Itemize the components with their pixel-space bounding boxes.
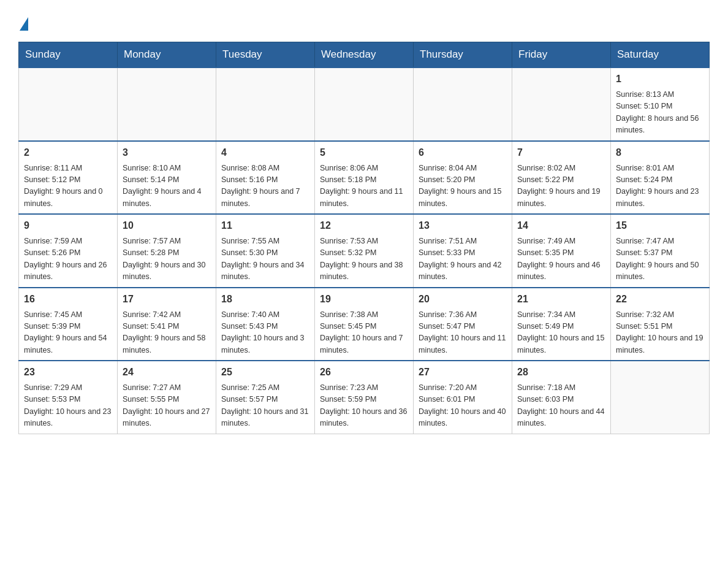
calendar-week-row-2: 2Sunrise: 8:11 AMSunset: 5:12 PMDaylight… xyxy=(19,141,710,215)
page-header xyxy=(18,12,710,32)
day-number: 27 xyxy=(419,365,507,380)
calendar-cell-week2-day4: 5Sunrise: 8:06 AMSunset: 5:18 PMDaylight… xyxy=(315,141,414,215)
day-number: 12 xyxy=(320,218,408,233)
day-info: Sunrise: 8:11 AMSunset: 5:12 PMDaylight:… xyxy=(24,163,112,210)
logo xyxy=(18,12,28,32)
calendar-header-friday: Friday xyxy=(512,42,611,68)
day-info: Sunrise: 7:55 AMSunset: 5:30 PMDaylight:… xyxy=(221,236,309,283)
calendar-cell-week3-day1: 9Sunrise: 7:59 AMSunset: 5:26 PMDaylight… xyxy=(19,214,118,288)
calendar-cell-week4-day1: 16Sunrise: 7:45 AMSunset: 5:39 PMDayligh… xyxy=(19,288,118,361)
calendar-cell-week1-day3 xyxy=(216,67,315,141)
calendar-cell-week4-day3: 18Sunrise: 7:40 AMSunset: 5:43 PMDayligh… xyxy=(216,288,315,361)
calendar-header-thursday: Thursday xyxy=(414,42,512,68)
calendar-week-row-1: 1Sunrise: 8:13 AMSunset: 5:10 PMDaylight… xyxy=(19,67,710,141)
day-number: 16 xyxy=(24,292,112,307)
day-info: Sunrise: 8:01 AMSunset: 5:24 PMDaylight:… xyxy=(616,163,704,210)
calendar-cell-week2-day1: 2Sunrise: 8:11 AMSunset: 5:12 PMDaylight… xyxy=(19,141,118,215)
calendar-cell-week4-day7: 22Sunrise: 7:32 AMSunset: 5:51 PMDayligh… xyxy=(611,288,710,361)
day-info: Sunrise: 8:02 AMSunset: 5:22 PMDaylight:… xyxy=(517,163,605,210)
calendar-cell-week3-day3: 11Sunrise: 7:55 AMSunset: 5:30 PMDayligh… xyxy=(216,214,315,288)
day-number: 7 xyxy=(517,145,605,160)
calendar-cell-week5-day4: 26Sunrise: 7:23 AMSunset: 5:59 PMDayligh… xyxy=(315,361,414,434)
calendar-header-saturday: Saturday xyxy=(611,42,710,68)
day-number: 1 xyxy=(616,72,704,86)
calendar-week-row-5: 23Sunrise: 7:29 AMSunset: 5:53 PMDayligh… xyxy=(19,361,710,434)
calendar-cell-week2-day3: 4Sunrise: 8:08 AMSunset: 5:16 PMDaylight… xyxy=(216,141,315,215)
calendar-cell-week4-day6: 21Sunrise: 7:34 AMSunset: 5:49 PMDayligh… xyxy=(512,288,611,361)
calendar-cell-week5-day3: 25Sunrise: 7:25 AMSunset: 5:57 PMDayligh… xyxy=(216,361,315,434)
day-number: 4 xyxy=(221,145,309,160)
calendar-week-row-4: 16Sunrise: 7:45 AMSunset: 5:39 PMDayligh… xyxy=(19,288,710,361)
calendar-cell-week4-day2: 17Sunrise: 7:42 AMSunset: 5:41 PMDayligh… xyxy=(118,288,216,361)
day-info: Sunrise: 8:13 AMSunset: 5:10 PMDaylight:… xyxy=(616,89,704,137)
day-number: 18 xyxy=(221,292,309,307)
day-number: 5 xyxy=(320,145,408,160)
day-number: 3 xyxy=(123,145,211,160)
calendar-cell-week4-day4: 19Sunrise: 7:38 AMSunset: 5:45 PMDayligh… xyxy=(315,288,414,361)
calendar-cell-week2-day7: 8Sunrise: 8:01 AMSunset: 5:24 PMDaylight… xyxy=(611,141,710,215)
day-info: Sunrise: 7:57 AMSunset: 5:28 PMDaylight:… xyxy=(123,236,211,283)
day-info: Sunrise: 7:42 AMSunset: 5:41 PMDaylight:… xyxy=(123,309,211,357)
calendar-cell-week3-day4: 12Sunrise: 7:53 AMSunset: 5:32 PMDayligh… xyxy=(315,214,414,288)
day-info: Sunrise: 7:20 AMSunset: 6:01 PMDaylight:… xyxy=(419,382,507,430)
day-info: Sunrise: 7:49 AMSunset: 5:35 PMDaylight:… xyxy=(517,236,605,283)
calendar-table: SundayMondayTuesdayWednesdayThursdayFrid… xyxy=(18,42,710,434)
logo-triangle-icon xyxy=(20,17,28,31)
day-number: 25 xyxy=(221,365,309,380)
day-number: 22 xyxy=(616,292,704,307)
day-number: 8 xyxy=(616,145,704,160)
calendar-cell-week3-day6: 14Sunrise: 7:49 AMSunset: 5:35 PMDayligh… xyxy=(512,214,611,288)
day-number: 14 xyxy=(517,218,605,233)
calendar-week-row-3: 9Sunrise: 7:59 AMSunset: 5:26 PMDaylight… xyxy=(19,214,710,288)
day-number: 10 xyxy=(123,218,211,233)
day-number: 13 xyxy=(419,218,507,233)
calendar-cell-week1-day6 xyxy=(512,67,611,141)
day-info: Sunrise: 7:25 AMSunset: 5:57 PMDaylight:… xyxy=(221,382,309,430)
day-info: Sunrise: 7:45 AMSunset: 5:39 PMDaylight:… xyxy=(24,309,112,357)
calendar-cell-week1-day1 xyxy=(19,67,118,141)
day-info: Sunrise: 7:23 AMSunset: 5:59 PMDaylight:… xyxy=(320,382,408,430)
calendar-cell-week1-day5 xyxy=(414,67,512,141)
calendar-cell-week1-day7: 1Sunrise: 8:13 AMSunset: 5:10 PMDaylight… xyxy=(611,67,710,141)
calendar-cell-week2-day2: 3Sunrise: 8:10 AMSunset: 5:14 PMDaylight… xyxy=(118,141,216,215)
day-info: Sunrise: 8:08 AMSunset: 5:16 PMDaylight:… xyxy=(221,163,309,210)
calendar-cell-week5-day1: 23Sunrise: 7:29 AMSunset: 5:53 PMDayligh… xyxy=(19,361,118,434)
calendar-header-monday: Monday xyxy=(118,42,216,68)
day-info: Sunrise: 7:27 AMSunset: 5:55 PMDaylight:… xyxy=(123,382,211,430)
day-number: 28 xyxy=(517,365,605,380)
day-number: 15 xyxy=(616,218,704,233)
day-info: Sunrise: 7:59 AMSunset: 5:26 PMDaylight:… xyxy=(24,236,112,283)
calendar-cell-week3-day5: 13Sunrise: 7:51 AMSunset: 5:33 PMDayligh… xyxy=(414,214,512,288)
day-number: 20 xyxy=(419,292,507,307)
calendar-cell-week5-day7 xyxy=(611,361,710,434)
day-number: 19 xyxy=(320,292,408,307)
day-info: Sunrise: 7:53 AMSunset: 5:32 PMDaylight:… xyxy=(320,236,408,283)
day-number: 23 xyxy=(24,365,112,380)
day-number: 11 xyxy=(221,218,309,233)
day-info: Sunrise: 8:04 AMSunset: 5:20 PMDaylight:… xyxy=(419,163,507,210)
day-number: 9 xyxy=(24,218,112,233)
day-info: Sunrise: 7:29 AMSunset: 5:53 PMDaylight:… xyxy=(24,382,112,430)
day-info: Sunrise: 7:36 AMSunset: 5:47 PMDaylight:… xyxy=(419,309,507,357)
calendar-cell-week5-day2: 24Sunrise: 7:27 AMSunset: 5:55 PMDayligh… xyxy=(118,361,216,434)
day-number: 2 xyxy=(24,145,112,160)
calendar-cell-week1-day2 xyxy=(118,67,216,141)
day-info: Sunrise: 8:06 AMSunset: 5:18 PMDaylight:… xyxy=(320,163,408,210)
day-number: 21 xyxy=(517,292,605,307)
calendar-header-row: SundayMondayTuesdayWednesdayThursdayFrid… xyxy=(19,42,710,68)
calendar-cell-week3-day7: 15Sunrise: 7:47 AMSunset: 5:37 PMDayligh… xyxy=(611,214,710,288)
calendar-cell-week1-day4 xyxy=(315,67,414,141)
day-info: Sunrise: 7:34 AMSunset: 5:49 PMDaylight:… xyxy=(517,309,605,357)
day-info: Sunrise: 7:32 AMSunset: 5:51 PMDaylight:… xyxy=(616,309,704,357)
day-info: Sunrise: 7:40 AMSunset: 5:43 PMDaylight:… xyxy=(221,309,309,357)
calendar-cell-week2-day5: 6Sunrise: 8:04 AMSunset: 5:20 PMDaylight… xyxy=(414,141,512,215)
day-number: 24 xyxy=(123,365,211,380)
calendar-cell-week3-day2: 10Sunrise: 7:57 AMSunset: 5:28 PMDayligh… xyxy=(118,214,216,288)
calendar-header-tuesday: Tuesday xyxy=(216,42,315,68)
logo-general-text xyxy=(18,17,28,32)
day-info: Sunrise: 7:18 AMSunset: 6:03 PMDaylight:… xyxy=(517,382,605,430)
day-info: Sunrise: 7:47 AMSunset: 5:37 PMDaylight:… xyxy=(616,236,704,283)
calendar-header-sunday: Sunday xyxy=(19,42,118,68)
day-info: Sunrise: 7:38 AMSunset: 5:45 PMDaylight:… xyxy=(320,309,408,357)
calendar-cell-week4-day5: 20Sunrise: 7:36 AMSunset: 5:47 PMDayligh… xyxy=(414,288,512,361)
